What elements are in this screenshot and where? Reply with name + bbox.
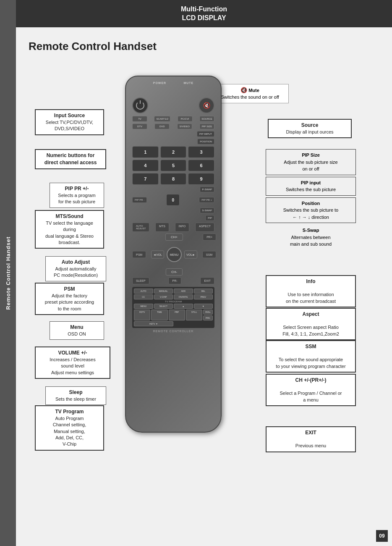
exit-callout: EXIT Previous menu xyxy=(266,426,356,452)
power-button[interactable] xyxy=(132,97,148,113)
select-button[interactable]: SELECT xyxy=(154,304,173,309)
vol-right-button[interactable]: VOL► xyxy=(184,251,197,259)
power-mute-row: 🔇 xyxy=(132,97,214,113)
btn-9[interactable]: 9 xyxy=(188,173,214,185)
hdtv-area: HDTV TIME PBP STILL PAN+ PAN- xyxy=(134,310,213,320)
main-content: Remote Control Handset ⏻ Power TV ON/OFF… xyxy=(16,27,392,546)
pr-plus-button[interactable]: PR+ xyxy=(203,234,216,241)
remote-body: POWER MUTE 🔇 TV SCA xyxy=(125,76,222,433)
page-number: 09 xyxy=(376,530,388,542)
btn-5[interactable]: 5 xyxy=(160,160,187,171)
pc-cvi-button[interactable]: PC/CVI xyxy=(178,116,193,122)
btn-6[interactable]: 6 xyxy=(188,160,214,171)
exit-button[interactable]: EXIT xyxy=(200,277,214,284)
source-button[interactable]: SOURCE xyxy=(199,116,214,122)
prev-button[interactable]: PREV xyxy=(194,294,213,299)
ch-minus-button[interactable]: CH- xyxy=(166,268,183,276)
sidebar: Remote Control Handset xyxy=(0,0,16,546)
cc-button[interactable]: CC xyxy=(134,294,153,299)
auto-adjust-callout: Auto Adjust Adjust automaticallyPC mode(… xyxy=(45,256,106,281)
s-swap-row: S-SWAP xyxy=(132,207,214,213)
pip-button[interactable]: PIP xyxy=(205,215,214,221)
pip-row: PIP xyxy=(132,215,214,221)
remote-label: POWER MUTE xyxy=(153,81,194,84)
mute-button[interactable]: 🔇 xyxy=(199,97,214,113)
ch-plus-button[interactable]: CH+ xyxy=(165,234,183,241)
del-button[interactable]: DEL xyxy=(194,289,213,294)
menu2-button[interactable]: MENU xyxy=(134,304,153,309)
manual-button[interactable]: MANUAL xyxy=(154,289,173,294)
sleep-exit-row: SLEEP PR- EXIT xyxy=(132,277,214,284)
hdtv-row: HDTV TIME PBP STILL xyxy=(134,310,202,320)
psm-callout: PSM Adjust the factorypreset picture acc… xyxy=(35,283,104,315)
nav-cluster: CH+ ◄VOL MENU VOL► CH- xyxy=(151,234,197,276)
pr-minus-button[interactable]: PR- xyxy=(168,277,181,284)
numeric-callout: Numeric buttons fordirect channel access xyxy=(35,149,106,169)
hdtv1-button[interactable]: HDTV xyxy=(134,310,150,320)
auto-button[interactable]: AUTO xyxy=(134,289,153,294)
vol-left-button[interactable]: ◄VOL xyxy=(151,251,164,259)
ssm-callout: SSM To select the sound appropriateto yo… xyxy=(266,340,356,373)
menu-callout: Menu OSD ON xyxy=(50,321,104,340)
p-swap-button[interactable]: P-SWAP xyxy=(200,186,214,192)
pip-pr-minus-button[interactable]: PIP PR - xyxy=(132,197,147,203)
source-callout: Source Display all input ources xyxy=(268,119,352,138)
remote-buttons: 🔇 TV SCART1/2 PC/CVI SOURCE DTV DVD S/VI… xyxy=(132,97,214,333)
pan-minus-button[interactable]: PAN- xyxy=(203,315,213,320)
power-icon xyxy=(136,101,144,110)
s-swap-button[interactable]: S-SWAP xyxy=(200,207,214,213)
btn-1[interactable]: 1 xyxy=(132,146,159,158)
pip-size-button[interactable]: PIP SIZE xyxy=(199,123,214,129)
pip-pr-callout: PIP PR +/- Selects a programfor the sub … xyxy=(50,183,104,208)
add-button[interactable]: ADD xyxy=(174,289,193,294)
source-row: TV SCART1/2 PC/CVI SOURCE xyxy=(132,116,214,122)
tv-program-callout: TV Program Auto ProgramChannel setting,M… xyxy=(35,405,104,451)
tv-button[interactable]: TV xyxy=(132,116,147,122)
dvd-button[interactable]: DVD xyxy=(154,123,170,129)
psm-button[interactable]: PSM xyxy=(132,251,146,258)
menu-button[interactable]: MENU xyxy=(167,247,182,262)
favirite-button[interactable]: FAVIRITE xyxy=(174,294,193,299)
position-row: POSITION xyxy=(132,139,214,144)
aspect-button[interactable]: ASPECT xyxy=(195,223,214,232)
down-button[interactable]: ▼ xyxy=(194,304,213,309)
page-title: Remote Control Handset xyxy=(29,40,157,53)
btn-3[interactable]: 3 xyxy=(188,146,214,158)
sleep-callout: Sleep Sets the sleep timer xyxy=(45,386,106,405)
sleep-button[interactable]: SLEEP xyxy=(132,277,149,284)
btn-0[interactable]: 0 xyxy=(166,194,180,206)
position-button[interactable]: POSITION xyxy=(197,139,214,144)
btn-8[interactable]: 8 xyxy=(160,173,187,185)
mts-button[interactable]: MTS xyxy=(155,223,169,232)
header: Multi-Function LCD DISPLAY xyxy=(16,0,392,27)
btn-4[interactable]: 4 xyxy=(132,160,159,171)
s-video-button[interactable]: S/VIDEO xyxy=(177,123,192,129)
pip-input-button[interactable]: PIP IMPUT xyxy=(197,131,214,137)
remote-control: POWER MUTE 🔇 TV SCA xyxy=(125,76,226,433)
dtv-button[interactable]: DTV xyxy=(132,123,147,129)
mute-icon: 🔇 xyxy=(240,87,247,93)
hdtv2-button[interactable]: HDTV ▼ xyxy=(134,321,173,326)
auto-adjust-button[interactable]: AUTOADJUST xyxy=(132,223,149,232)
v-chip-button[interactable]: V-CHIP xyxy=(154,294,173,299)
pan-plus-button[interactable]: PAN+ xyxy=(203,310,213,315)
info-button[interactable]: INFO xyxy=(175,223,190,232)
pip-pr-plus-button[interactable]: PIP PR + xyxy=(199,197,214,203)
p-swap-row: P-SWAP xyxy=(132,186,214,192)
up-button[interactable]: ▲ xyxy=(174,304,193,309)
tv-program-section: AUTO MANUAL ADD DEL CC V-CHIP FAVIRITE P… xyxy=(132,287,214,328)
pip-pr-row: PIP PR - 0 PIP PR + xyxy=(132,194,214,206)
pbp-button[interactable]: PBP xyxy=(169,310,185,320)
btn-2[interactable]: 2 xyxy=(160,146,187,158)
tv-program-row2: CC V-CHIP FAVIRITE PREV xyxy=(134,294,213,299)
scart-button[interactable]: SCART1/2 xyxy=(154,116,170,122)
header-title: Multi-Function LCD DISPLAY xyxy=(181,5,227,23)
ch-callout: CH +/-(PR+/-) Select a Program / Channel… xyxy=(266,374,356,406)
time-button[interactable]: TIME xyxy=(151,310,167,320)
pip-size-area: PIP Size Adjust the sub picture sizeon o… xyxy=(266,149,356,252)
mts-info-row: AUTOADJUST MTS INFO ASPECT xyxy=(132,223,214,232)
btn-7[interactable]: 7 xyxy=(132,173,159,185)
ssm-button[interactable]: SSM xyxy=(202,251,216,258)
info-callout: Info Use to see informationon the curren… xyxy=(266,275,356,307)
still-button[interactable]: STILL xyxy=(186,310,202,320)
